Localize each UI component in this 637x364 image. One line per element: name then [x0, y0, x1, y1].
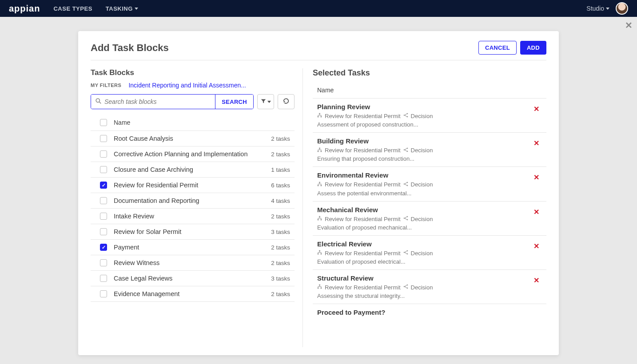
branch-icon — [403, 284, 408, 291]
nav-case-types[interactable]: CASE TYPES — [53, 5, 92, 12]
selected-task-description: Assess the potential environmental... — [317, 190, 531, 197]
hierarchy-icon — [317, 250, 322, 257]
svg-rect-26 — [319, 250, 320, 252]
checkbox-cell — [95, 290, 112, 297]
studio-dropdown[interactable]: Studio — [586, 5, 609, 12]
task-block-row[interactable]: Closure and Case Archiving1 tasks — [91, 162, 295, 178]
task-block-checkbox[interactable] — [100, 166, 107, 173]
task-block-row[interactable]: Review Witness2 tasks — [91, 255, 295, 271]
search-button[interactable]: SEARCH — [215, 95, 253, 109]
svg-rect-4 — [321, 116, 322, 118]
task-blocks-panel: Task Blocks MY FILTERS Incident Reportin… — [91, 68, 303, 347]
selected-task-content: Structural ReviewReview for Residential … — [317, 274, 531, 299]
selected-task-title: Structural Review — [317, 274, 531, 282]
task-block-row[interactable]: Payment2 tasks — [91, 240, 295, 255]
selected-task-content: Environmental ReviewReview for Residenti… — [317, 171, 531, 196]
type-label: Decision — [411, 181, 433, 189]
svg-rect-33 — [318, 288, 319, 289]
remove-task-button[interactable]: ✕ — [531, 137, 542, 149]
user-avatar[interactable] — [616, 2, 628, 15]
remove-task-button[interactable]: ✕ — [531, 206, 542, 218]
svg-point-35 — [403, 286, 405, 287]
task-block-row[interactable]: Case Legal Reviews3 tasks — [91, 271, 295, 286]
svg-rect-16 — [321, 185, 322, 186]
selected-tasks-list[interactable]: Name Planning ReviewReview for Residenti… — [313, 82, 546, 347]
task-block-checkbox[interactable] — [100, 228, 107, 235]
selected-task-description: Ensuring that proposed construction... — [317, 155, 531, 162]
task-block-checkbox[interactable] — [100, 213, 107, 220]
svg-point-19 — [406, 185, 408, 186]
remove-task-button[interactable]: ✕ — [531, 103, 542, 115]
checkbox-cell — [95, 135, 112, 142]
task-block-count: 2 tasks — [271, 213, 290, 220]
svg-rect-14 — [319, 182, 320, 183]
add-button[interactable]: ADD — [520, 41, 546, 55]
remove-task-button[interactable]: ✕ — [531, 240, 542, 252]
task-block-checkbox[interactable] — [100, 135, 107, 142]
task-block-checkbox[interactable] — [100, 197, 107, 204]
filter-link[interactable]: Incident Reporting and Initial Assessmen… — [128, 82, 246, 89]
search-input[interactable] — [91, 95, 215, 109]
task-block-row[interactable]: Review for Solar Permit3 tasks — [91, 224, 295, 240]
nav-tasking[interactable]: TASKING — [106, 5, 138, 12]
task-blocks-title: Task Blocks — [91, 68, 295, 77]
svg-point-18 — [406, 182, 408, 183]
svg-point-30 — [406, 250, 408, 252]
type-label: Decision — [411, 249, 433, 257]
source-label: Review for Residential Permit — [325, 181, 401, 189]
checkbox-cell — [95, 244, 112, 251]
task-block-checkbox[interactable] — [100, 244, 107, 251]
task-block-row[interactable]: Review for Residential Permit6 tasks — [91, 178, 295, 193]
checkbox-cell — [95, 259, 112, 266]
name-column-header: Name — [112, 119, 290, 126]
selected-task-meta: Review for Residential PermitDecision — [317, 284, 531, 292]
remove-task-button[interactable]: ✕ — [531, 274, 542, 286]
filter-dropdown-button[interactable] — [257, 94, 274, 109]
svg-point-12 — [406, 147, 408, 149]
svg-rect-27 — [318, 253, 319, 255]
topbar-left: appian CASE TYPES TASKING — [9, 4, 138, 14]
task-block-checkbox[interactable] — [100, 275, 107, 282]
task-blocks-list[interactable]: Name Root Cause Analysis2 tasksCorrectiv… — [91, 115, 295, 347]
svg-rect-9 — [318, 150, 319, 152]
task-block-name: Evidence Management — [112, 290, 271, 297]
task-block-checkbox[interactable] — [100, 150, 107, 158]
selected-task-row: Environmental ReviewReview for Residenti… — [313, 167, 546, 201]
selected-task-title: Mechanical Review — [317, 206, 531, 214]
svg-rect-28 — [321, 253, 322, 255]
close-icon[interactable]: ✕ — [625, 20, 633, 31]
refresh-button[interactable] — [278, 94, 295, 109]
modal-actions: CANCEL ADD — [478, 41, 546, 55]
task-block-name: Case Legal Reviews — [112, 275, 271, 282]
svg-point-17 — [403, 183, 405, 185]
select-all-checkbox[interactable] — [100, 119, 107, 126]
svg-point-23 — [403, 218, 405, 219]
task-block-row[interactable]: Evidence Management2 tasks — [91, 286, 295, 302]
remove-task-button[interactable]: ✕ — [531, 171, 542, 183]
branch-icon — [403, 216, 408, 222]
selected-task-row: Building ReviewReview for Residential Pe… — [313, 133, 546, 167]
svg-point-5 — [403, 115, 405, 116]
task-block-row[interactable]: Intake Review2 tasks — [91, 209, 295, 224]
svg-point-24 — [406, 216, 408, 218]
selected-task-row: Structural ReviewReview for Residential … — [313, 270, 546, 304]
source-label: Review for Residential Permit — [325, 249, 401, 257]
type-label: Decision — [411, 146, 433, 154]
task-block-checkbox[interactable] — [100, 182, 107, 189]
svg-rect-34 — [321, 288, 322, 289]
checkbox-cell — [95, 213, 112, 220]
task-block-row[interactable]: Root Cause Analysis2 tasks — [91, 131, 295, 146]
task-block-count: 3 tasks — [271, 229, 290, 235]
selected-task-meta: Review for Residential PermitDecision — [317, 215, 531, 223]
search-icon — [96, 98, 101, 105]
task-block-row[interactable]: Documentation and Reporting4 tasks — [91, 193, 295, 209]
task-block-checkbox[interactable] — [100, 259, 107, 266]
cancel-button[interactable]: CANCEL — [478, 41, 517, 55]
task-block-checkbox[interactable] — [100, 290, 107, 297]
svg-rect-10 — [321, 150, 322, 152]
task-block-row[interactable]: Corrective Action Planning and Implement… — [91, 146, 295, 162]
svg-point-25 — [406, 219, 408, 221]
selected-task-row: Electrical ReviewReview for Residential … — [313, 236, 546, 270]
branch-icon — [403, 182, 408, 188]
svg-point-13 — [406, 150, 408, 152]
